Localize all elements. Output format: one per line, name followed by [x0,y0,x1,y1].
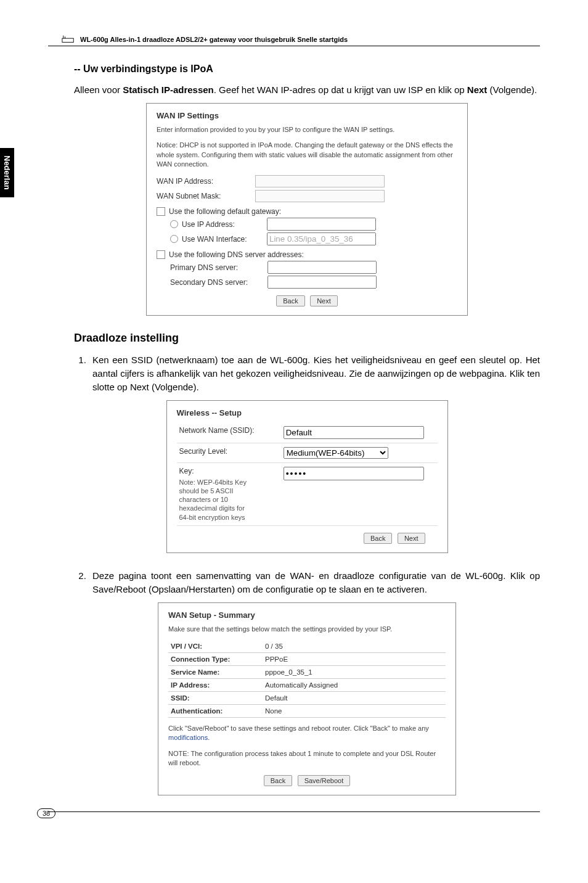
table-key: IP Address: [168,678,263,691]
wan-subnet-label: WAN Subnet Mask: [157,192,255,200]
use-ip-label: Use IP Address: [182,220,267,229]
panel-title: WAN IP Settings [157,111,457,120]
page-number: 38 [37,808,55,818]
text: Deze pagina toont een samenvatting van d… [92,570,540,581]
dns-checkbox-label: Use the following DNS server addresses: [169,250,304,259]
header-title: WL-600g Alles-in-1 draadloze ADSL2/2+ ga… [80,36,348,43]
panel-desc: Make sure that the settings below match … [168,625,446,634]
panel-desc: Enter information provided to you by you… [157,125,457,134]
next-button[interactable]: Next [398,533,425,544]
wan-ip-settings-screenshot: WAN IP Settings Enter information provid… [146,103,468,316]
table-val: None [263,704,446,717]
table-key: VPI / VCI: [168,640,263,653]
table-val: Automatically Assigned [263,678,446,691]
panel-title: Wireless -- Setup [177,408,438,417]
security-label: Security Level: [177,443,281,462]
back-button[interactable]: Back [364,533,392,544]
text: (Volgende). [149,382,199,392]
text: (Volgende). [487,84,537,95]
back-button[interactable]: Back [276,295,304,306]
back-button[interactable]: Back [264,775,292,786]
wan-ip-input[interactable] [255,175,385,187]
gateway-checkbox[interactable] [157,207,165,216]
wireless-setup-screenshot: Wireless -- Setup Network Name (SSID): S… [166,400,448,553]
wireless-section-heading: Draadloze instelling [74,332,540,345]
table-val: pppoe_0_35_1 [263,665,446,678]
footer-rule [48,811,540,812]
use-ip-radio[interactable] [170,220,178,228]
secondary-dns-label: Secondary DNS server: [170,278,267,287]
text: Ken een [92,355,131,365]
gateway-checkbox-label: Use the following default gateway: [169,207,281,216]
save-reboot-button[interactable]: Save/Reboot [298,775,351,786]
ipoa-heading: -- Uw verbindingstype is IPoA [74,64,540,75]
text: Click "Save/Reboot" to save these settin… [168,725,429,732]
text-bold: Statisch IP-adressen [123,84,214,95]
ssid-input[interactable] [284,426,424,439]
dns-checkbox[interactable] [157,250,165,259]
use-if-label: Use WAN Interface: [182,235,267,244]
primary-dns-label: Primary DNS server: [170,263,267,272]
key-label: Key: [179,467,279,475]
text: . Geef het WAN IP-adres op dat u krijgt … [214,84,467,95]
text: (Opslaan/Herstarten) om de configuratie … [146,584,427,594]
table-key: Connection Type: [168,652,263,665]
note-1: Click "Save/Reboot" to save these settin… [168,724,446,743]
table-val: Default [263,691,446,704]
router-icon [62,35,75,44]
text: Alleen voor [74,84,123,95]
text-bold: Next [130,382,149,392]
key-input[interactable] [284,467,424,480]
use-ip-input[interactable] [267,218,376,231]
ipoa-paragraph: Alleen voor Statisch IP-adressen. Geef h… [74,83,540,97]
step-2: Deze pagina toont een samenvatting van d… [89,569,540,596]
ssid-label: Network Name (SSID): [177,422,281,443]
table-val: 0 / 35 [263,640,446,653]
header-bar: WL-600g Alles-in-1 draadloze ADSL2/2+ ga… [48,35,540,46]
modifications-link[interactable]: modifications [168,734,208,741]
text: . [208,734,210,741]
table-key: Authentication: [168,704,263,717]
note-2: NOTE: The configuration process takes ab… [168,749,446,768]
use-if-radio[interactable] [170,235,178,243]
secondary-dns-input[interactable] [267,276,377,289]
wan-ip-label: WAN IP Address: [157,177,255,186]
text-bold: Next [467,84,488,95]
next-button[interactable]: Next [310,295,338,306]
step-1: Ken een SSID (netwerknaam) toe aan de WL… [89,353,540,393]
wan-subnet-input[interactable] [255,190,385,202]
primary-dns-input[interactable] [267,261,377,274]
table-val: PPPoE [263,652,446,665]
summary-table: VPI / VCI:0 / 35 Connection Type:PPPoE S… [168,640,446,718]
text-bold: Save/Reboot [92,584,146,594]
use-if-input[interactable] [267,232,376,245]
text-bold: SSID [131,355,153,365]
wan-summary-screenshot: WAN Setup - Summary Make sure that the s… [158,602,456,795]
table-key: SSID: [168,691,263,704]
svg-rect-0 [62,38,73,42]
table-key: Service Name: [168,665,263,678]
panel-notice: Notice: DHCP is not supported in IPoA mo… [157,141,457,169]
security-select[interactable]: Medium(WEP-64bits) [284,447,388,459]
key-note: Note: WEP-64bits Key should be 5 ASCII c… [179,478,247,522]
language-tab: Nederlan [0,148,14,197]
panel-title: WAN Setup - Summary [168,610,446,620]
